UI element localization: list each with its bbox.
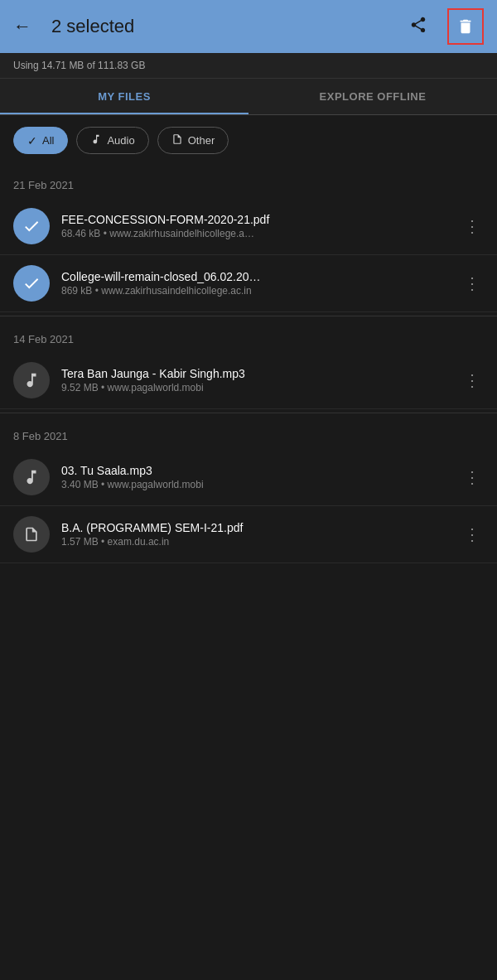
check-icon	[22, 274, 41, 292]
filter-all[interactable]: ✓ All	[13, 127, 68, 154]
tab-my-files[interactable]: MY FILES	[0, 79, 248, 114]
check-icon: ✓	[27, 134, 37, 147]
check-icon	[22, 217, 41, 235]
file-name: B.A. (PROGRAMME) SEM-I-21.pdf	[61, 521, 449, 534]
music-note-icon	[22, 468, 41, 486]
file-selected-icon	[13, 265, 50, 302]
file-info: 03. Tu Saala.mp3 3.40 MB • www.pagalworl…	[61, 464, 449, 490]
audio-file-icon	[13, 459, 50, 495]
section-date-14-feb: 14 Feb 2021	[0, 320, 497, 352]
file-info: FEE-CONCESSION-FORM-2020-21.pdf 68.46 kB…	[61, 213, 449, 239]
back-button[interactable]: ←	[13, 16, 31, 37]
more-options-button[interactable]: ⋮	[461, 270, 484, 297]
file-meta: 1.57 MB • exam.du.ac.in	[61, 536, 449, 548]
document-icon	[23, 526, 40, 543]
file-name: 03. Tu Saala.mp3	[61, 464, 449, 477]
app-header: ← 2 selected	[0, 0, 497, 53]
section-14-feb: 14 Feb 2021 Tera Ban Jaunga - Kabir Sing…	[0, 320, 497, 409]
tab-bar: MY FILES EXPLORE OFFLINE	[0, 79, 497, 115]
section-divider	[0, 413, 497, 413]
page-title: 2 selected	[51, 16, 396, 37]
more-options-button[interactable]: ⋮	[461, 213, 484, 239]
storage-info: Using 14.71 MB of 111.83 GB	[0, 53, 497, 79]
section-8-feb: 8 Feb 2021 03. Tu Saala.mp3 3.40 MB • ww…	[0, 417, 497, 563]
audio-chip-icon	[90, 133, 102, 147]
file-name: Tera Ban Jaunga - Kabir Singh.mp3	[61, 367, 449, 380]
doc-file-icon	[13, 516, 50, 553]
file-meta: 9.52 MB • www.pagalworld.mobi	[61, 382, 449, 393]
file-selected-icon	[13, 208, 50, 244]
file-name: FEE-CONCESSION-FORM-2020-21.pdf	[61, 213, 449, 226]
section-21-feb: 21 Feb 2021 FEE-CONCESSION-FORM-2020-21.…	[0, 166, 497, 312]
more-options-button[interactable]: ⋮	[461, 464, 484, 490]
file-info: B.A. (PROGRAMME) SEM-I-21.pdf 1.57 MB • …	[61, 521, 449, 548]
filter-audio[interactable]: Audio	[76, 127, 148, 154]
audio-file-icon	[13, 362, 50, 398]
doc-chip-icon	[171, 133, 183, 147]
section-divider	[0, 316, 497, 316]
delete-button[interactable]	[447, 8, 484, 45]
share-button[interactable]	[409, 16, 427, 38]
list-item[interactable]: FEE-CONCESSION-FORM-2020-21.pdf 68.46 kB…	[0, 198, 497, 255]
file-info: Tera Ban Jaunga - Kabir Singh.mp3 9.52 M…	[61, 367, 449, 393]
more-options-button[interactable]: ⋮	[461, 521, 484, 548]
file-info: College-will-remain-closed_06.02.20… 869…	[61, 270, 449, 297]
file-name: College-will-remain-closed_06.02.20…	[61, 270, 449, 283]
file-meta: 3.40 MB • www.pagalworld.mobi	[61, 479, 449, 490]
file-meta: 68.46 kB • www.zakirhusaindelhicollege.a…	[61, 228, 449, 239]
list-item[interactable]: 03. Tu Saala.mp3 3.40 MB • www.pagalworl…	[0, 449, 497, 506]
filter-bar: ✓ All Audio Other	[0, 115, 497, 166]
file-meta: 869 kB • www.zakirhusaindelhicollege.ac.…	[61, 285, 449, 297]
list-item[interactable]: B.A. (PROGRAMME) SEM-I-21.pdf 1.57 MB • …	[0, 506, 497, 563]
list-item[interactable]: College-will-remain-closed_06.02.20… 869…	[0, 255, 497, 312]
section-date-8-feb: 8 Feb 2021	[0, 417, 497, 449]
trash-icon	[456, 17, 475, 36]
list-item[interactable]: Tera Ban Jaunga - Kabir Singh.mp3 9.52 M…	[0, 352, 497, 409]
more-options-button[interactable]: ⋮	[461, 367, 484, 393]
music-note-icon	[22, 371, 41, 389]
filter-other[interactable]: Other	[157, 127, 229, 154]
section-date-21-feb: 21 Feb 2021	[0, 166, 497, 198]
tab-explore-offline[interactable]: EXPLORE OFFLINE	[248, 79, 497, 114]
